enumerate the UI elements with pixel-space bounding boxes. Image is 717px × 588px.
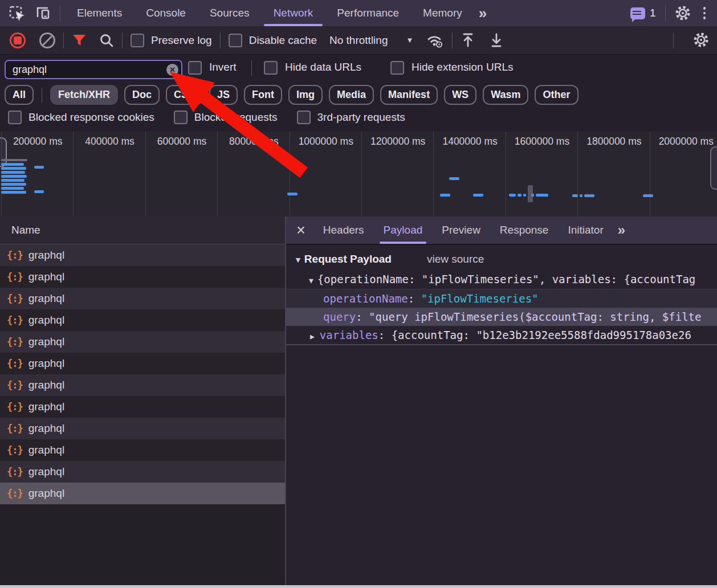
overview-tick-label: 1000000 ms	[299, 136, 353, 148]
json-separator: :	[356, 311, 369, 323]
tab-console[interactable]: Console	[134, 0, 198, 26]
chip-fetch-xhr[interactable]: Fetch/XHR	[50, 85, 118, 105]
network-settings-gear-icon[interactable]	[693, 32, 709, 48]
record-network-log-icon[interactable]	[10, 32, 26, 48]
tab-performance[interactable]: Performance	[325, 0, 411, 26]
chip-css[interactable]: CSS	[166, 85, 203, 105]
kebab-menu-icon[interactable]	[700, 7, 710, 19]
blocked-response-cookies-control[interactable]: Blocked response cookies	[8, 111, 154, 124]
filter-funnel-icon[interactable]	[72, 34, 87, 47]
close-icon[interactable]: ×	[296, 218, 305, 243]
overview-column: 1800000 ms	[577, 132, 650, 217]
overview-request-bar	[572, 194, 578, 197]
hide-data-urls-control[interactable]: Hide data URLs	[264, 60, 361, 75]
invert-label: Invert	[209, 61, 237, 74]
request-row[interactable]: {:}graphql	[0, 374, 285, 396]
more-detail-tabs-icon[interactable]: »	[613, 222, 629, 238]
chip-ws[interactable]: WS	[444, 85, 476, 105]
network-conditions-icon[interactable]	[426, 33, 444, 48]
request-row[interactable]: {:}graphql	[0, 353, 285, 374]
chip-img[interactable]: Img	[288, 85, 323, 105]
device-toolbar-icon[interactable]	[35, 6, 51, 21]
chip-all[interactable]: All	[5, 85, 34, 105]
collapse-caret-icon[interactable]: ▼	[294, 255, 302, 264]
name-column-header[interactable]: Name	[0, 217, 285, 244]
request-row[interactable]: {:}graphql	[0, 418, 285, 439]
request-row[interactable]: {:}graphql	[0, 439, 285, 461]
view-source-link[interactable]: view source	[427, 253, 484, 266]
tab-elements[interactable]: Elements	[65, 0, 134, 26]
network-overview-timeline[interactable]: 200000 ms400000 ms600000 ms800000 ms1000…	[0, 132, 717, 218]
overview-request-bar	[1, 163, 24, 166]
payload-preview-line[interactable]: ▼{operationName: "ipFlowTimeseries", var…	[286, 270, 717, 289]
divider	[251, 60, 252, 76]
blocked-requests-checkbox[interactable]	[174, 111, 188, 124]
tab-network[interactable]: Network	[262, 0, 325, 26]
collapse-caret-icon[interactable]: ▼	[309, 276, 313, 285]
request-row[interactable]: {:}graphql	[0, 331, 285, 353]
preserve-log-checkbox[interactable]	[131, 34, 144, 47]
devtools-window: ElementsConsoleSourcesNetworkPerformance…	[0, 0, 717, 588]
chip-media[interactable]: Media	[329, 85, 374, 105]
request-row[interactable]: {:}graphql	[0, 244, 285, 266]
chip-manifest[interactable]: Manifest	[380, 85, 438, 105]
throttling-value: No throttling	[329, 34, 388, 47]
chip-other[interactable]: Other	[535, 85, 578, 105]
clear-filter-icon[interactable]: ✕	[166, 64, 178, 76]
invert-checkbox[interactable]	[188, 61, 202, 75]
overview-request-bar	[34, 190, 44, 193]
chip-wasm[interactable]: Wasm	[483, 85, 528, 105]
hide-extension-urls-checkbox[interactable]	[390, 61, 404, 75]
throttling-dropdown[interactable]: No throttling ▼	[329, 34, 413, 47]
expand-caret-icon[interactable]: ▶	[310, 332, 315, 341]
overview-tick-label: 1600000 ms	[515, 136, 569, 148]
chip-font[interactable]: Font	[244, 85, 282, 105]
request-row[interactable]: {:}graphql	[0, 288, 285, 309]
search-icon[interactable]	[99, 33, 114, 48]
network-filter-zone: graphql ✕ Invert Hide data URLs Hide ext…	[0, 55, 717, 132]
export-har-icon[interactable]	[489, 32, 504, 48]
more-tabs-icon[interactable]: »	[474, 5, 490, 22]
chip-doc[interactable]: Doc	[124, 85, 160, 105]
hide-extension-urls-control[interactable]: Hide extension URLs	[390, 60, 513, 75]
import-har-icon[interactable]	[461, 32, 475, 48]
3rd-party-requests-checkbox[interactable]	[297, 111, 311, 124]
chip-js[interactable]: JS	[209, 85, 238, 105]
overview-request-bar	[34, 166, 44, 169]
details-tab-payload[interactable]: Payload	[374, 217, 433, 244]
disable-cache-control[interactable]: Disable cache	[229, 34, 317, 47]
details-tab-preview[interactable]: Preview	[432, 217, 490, 244]
messages-icon[interactable]	[630, 7, 645, 19]
3rd-party-requests-control[interactable]: 3rd-party requests	[297, 111, 405, 124]
request-payload-section-header[interactable]: ▼ Request Payload view source	[294, 253, 717, 266]
clear-network-log-icon[interactable]	[39, 32, 55, 48]
filter-input[interactable]: graphql ✕	[5, 60, 182, 79]
request-row[interactable]: {:}graphql	[0, 483, 285, 504]
details-tab-response[interactable]: Response	[490, 217, 559, 244]
overview-tick-label: 200000 ms	[13, 136, 63, 148]
preserve-log-control[interactable]: Preserve log	[131, 34, 212, 47]
request-row[interactable]: {:}graphql	[0, 461, 285, 483]
json-request-icon: {:}	[7, 401, 23, 413]
blocked-requests-control[interactable]: Blocked requests	[174, 111, 278, 124]
payload-row-variables[interactable]: ▶variables: {accountTag: "b12e3b2192ee55…	[286, 326, 717, 345]
disable-cache-checkbox[interactable]	[229, 34, 242, 47]
hide-data-urls-checkbox[interactable]	[264, 61, 278, 75]
settings-gear-icon[interactable]	[675, 5, 691, 21]
tab-sources[interactable]: Sources	[198, 0, 262, 26]
divider	[60, 5, 60, 21]
request-row[interactable]: {:}graphql	[0, 309, 285, 331]
invert-control[interactable]: Invert	[188, 60, 237, 75]
chevron-down-icon: ▼	[406, 36, 413, 44]
request-row[interactable]: {:}graphql	[0, 266, 285, 288]
details-tab-headers[interactable]: Headers	[313, 217, 374, 244]
payload-row-query[interactable]: query: "query ipFlowTimeseries($accountT…	[286, 308, 717, 326]
tab-memory[interactable]: Memory	[411, 0, 474, 26]
details-tab-initiator[interactable]: Initiator	[558, 217, 613, 244]
request-type-chips: AllFetch/XHRDocCSSJSFontImgMediaManifest…	[5, 85, 579, 105]
payload-row-operation-name[interactable]: operationName: "ipFlowTimeseries"	[286, 289, 717, 308]
blocked-response-cookies-checkbox[interactable]	[8, 111, 22, 124]
request-row[interactable]: {:}graphql	[0, 396, 285, 418]
inspect-element-icon[interactable]	[9, 6, 25, 21]
divider	[122, 32, 123, 48]
